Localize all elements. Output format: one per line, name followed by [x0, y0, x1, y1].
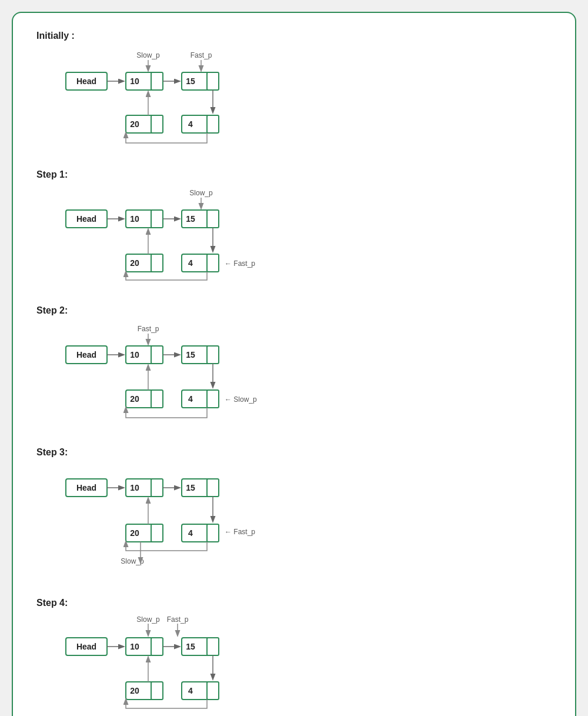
n10-step1: 10	[130, 214, 139, 224]
n20-initially: 20	[130, 119, 139, 129]
diagram-step2: Fast_p Head 10 15 20 4 ← S	[36, 321, 448, 429]
svg-rect-22	[207, 210, 219, 228]
slow-p-label-step2: ← Slow_p	[225, 395, 257, 404]
svg-rect-33	[151, 346, 163, 364]
diagram-step4: Slow_p Fast_p Head 10 15 20	[36, 613, 448, 716]
diagram-step3: Head 10 15 20 4 ← Fast_p	[36, 462, 448, 580]
n15-step3: 15	[186, 483, 195, 492]
slow-p-label-step1: Slow_p	[189, 189, 213, 197]
n4-initially: 4	[188, 119, 193, 129]
fast-p-label-step2: Fast_p	[138, 325, 159, 333]
n10-step2: 10	[130, 350, 139, 359]
svg-rect-41	[207, 390, 219, 408]
diagram-initially: Slow_p Fast_p Head 10 15 20	[36, 46, 448, 152]
svg-rect-46	[151, 479, 163, 497]
n15-initially: 15	[186, 76, 195, 86]
svg-rect-39	[151, 390, 163, 408]
n4-step2: 4	[188, 394, 193, 404]
svg-rect-36	[207, 346, 219, 364]
svg-rect-54	[207, 524, 219, 542]
step-label-initially: Initially :	[36, 31, 552, 41]
n10-step3: 10	[130, 483, 139, 492]
svg-rect-72	[207, 682, 219, 700]
n15-step2: 15	[186, 350, 195, 359]
n4-step3: 4	[188, 528, 193, 538]
section-step1: Step 1: Slow_p Head 10 15 20	[36, 169, 552, 288]
head-node-step3: Head	[76, 483, 96, 492]
head-node-step2: Head	[76, 350, 96, 359]
n20-step3: 20	[130, 528, 139, 538]
svg-rect-27	[207, 254, 219, 272]
n15-step1: 15	[186, 214, 195, 224]
n10-step4: 10	[130, 642, 139, 651]
svg-rect-64	[151, 638, 163, 655]
step-label-step4: Step 4:	[36, 598, 552, 608]
head-node-initially: Head	[76, 76, 96, 86]
main-card: Initially : Slow_p Fast_p Head	[12, 12, 576, 716]
diagram-step1: Slow_p Head 10 15 20 4 ← F	[36, 185, 448, 288]
head-node-step1: Head	[76, 214, 96, 224]
n20-step2: 20	[130, 394, 139, 404]
fast-p-label-step4: Fast_p	[167, 615, 189, 624]
n4-step4: 4	[188, 686, 193, 695]
head-node-step4: Head	[76, 642, 96, 651]
svg-rect-52	[151, 524, 163, 542]
svg-rect-67	[207, 638, 219, 655]
svg-rect-5	[151, 72, 163, 90]
step-label-step3: Step 3:	[36, 447, 552, 458]
fast-p-label-initially: Fast_p	[191, 51, 212, 59]
slow-p-label-initially: Slow_p	[136, 51, 160, 59]
svg-rect-49	[207, 479, 219, 497]
n20-step4: 20	[130, 686, 139, 695]
svg-rect-11	[151, 115, 163, 133]
section-step2: Step 2: Fast_p Head 10 15 20	[36, 305, 552, 429]
section-step3: Step 3: Head 10 15 20 4 ← Fas	[36, 447, 552, 580]
n20-step1: 20	[130, 258, 139, 268]
svg-rect-19	[151, 210, 163, 228]
svg-rect-8	[207, 72, 219, 90]
section-step4: Step 4: Slow_p Fast_p Head 10 15 20	[36, 598, 552, 716]
n15-step4: 15	[186, 642, 195, 651]
n10-initially: 10	[130, 76, 139, 86]
slow-p-label-step4: Slow_p	[136, 615, 160, 624]
n4-step1: 4	[188, 258, 193, 268]
svg-rect-13	[207, 115, 219, 133]
step-label-step2: Step 2:	[36, 305, 552, 316]
fast-p-label-step3: ← Fast_p	[225, 528, 255, 536]
svg-rect-70	[151, 682, 163, 700]
fast-p-label-step1: ← Fast_p	[225, 259, 255, 268]
step-label-step1: Step 1:	[36, 169, 552, 180]
section-initially: Initially : Slow_p Fast_p Head	[36, 31, 552, 152]
svg-rect-25	[151, 254, 163, 272]
